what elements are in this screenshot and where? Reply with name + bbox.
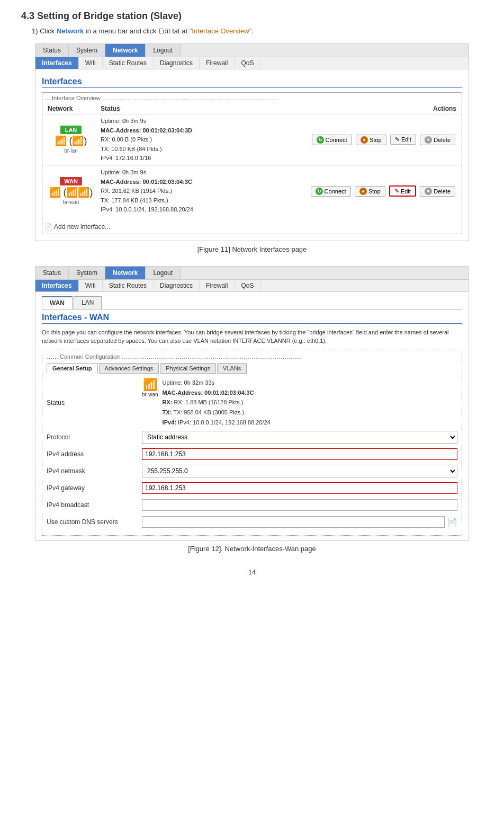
nav-logout-fig11[interactable]: Logout xyxy=(146,44,181,57)
content-area-fig12: WAN LAN Interfaces - WAN On this page yo… xyxy=(35,292,469,540)
overview-box: … Interface Overview …………………………………………………… xyxy=(42,92,462,234)
col-status: Status xyxy=(97,103,236,114)
description-text: On this page you can configure the netwo… xyxy=(42,328,462,346)
router-ui-fig12: Status System Network Logout Interfaces … xyxy=(35,267,469,540)
protocol-label: Protocol xyxy=(47,433,142,441)
nav-logout-fig12[interactable]: Logout xyxy=(146,267,181,279)
wan-status: Uptime: 0h 3m 9s MAC-Address: 00:01:02:0… xyxy=(101,168,233,215)
lan-delete-btn[interactable]: ✕ Delete xyxy=(420,135,455,145)
wan-tab[interactable]: WAN xyxy=(42,296,73,309)
wan-badge: WAN xyxy=(60,177,82,185)
ipv4-gateway-label: IPv4 gateway xyxy=(47,484,142,492)
ipv4-address-label: IPv4 address xyxy=(47,450,142,458)
edit-icon-wan: ✎ xyxy=(394,188,399,194)
protocol-select[interactable]: Static addressDHCPPPPoE xyxy=(142,431,457,444)
nav-network-fig12[interactable]: Network xyxy=(105,267,146,279)
dns-servers-value: 📄 xyxy=(142,516,457,528)
router-icon: 📶 xyxy=(143,378,157,392)
ipv4-broadcast-value xyxy=(142,499,457,511)
protocol-value: Static addressDHCPPPPoE xyxy=(142,431,457,444)
subnav-staticroutes-fig12[interactable]: Static Routes xyxy=(103,280,154,291)
ipv4-netmask-select[interactable]: 255.255.255.0255.255.0.0255.0.0.0 xyxy=(142,465,457,477)
subnav-interfaces-fig12[interactable]: Interfaces xyxy=(35,280,79,291)
lan-stop-btn[interactable]: ● Stop xyxy=(356,135,386,145)
nav-status-fig11[interactable]: Status xyxy=(35,44,69,57)
ipv4-gateway-row: IPv4 gateway xyxy=(47,481,457,495)
page-number: 14 xyxy=(21,569,483,576)
subnav-diagnostics-fig12[interactable]: Diagnostics xyxy=(154,280,200,291)
br-wan-label: br-wan xyxy=(142,392,158,397)
ipv4-broadcast-row: IPv4 broadcast xyxy=(47,498,457,512)
lan-badge: LAN xyxy=(60,126,82,134)
config-tab-physical[interactable]: Physical Settings xyxy=(160,363,216,374)
figure-11-box: Status System Network Logout Interfaces … xyxy=(35,43,469,241)
add-interface-link[interactable]: 📄 Add new interface... xyxy=(44,223,110,231)
page-title-fig12: Interfaces - WAN xyxy=(42,313,462,324)
subnav-qos-fig12[interactable]: QoS xyxy=(235,280,260,291)
common-config-title: …… Common Configuration …………………………………………… xyxy=(47,353,457,360)
add-dns-icon[interactable]: 📄 xyxy=(447,517,457,527)
common-config-box: …… Common Configuration …………………………………………… xyxy=(42,350,462,536)
interface-overview-link: "Interface Overview" xyxy=(190,27,252,35)
delete-icon: ✕ xyxy=(425,136,432,144)
nav-status-fig12[interactable]: Status xyxy=(35,267,69,279)
lan-tab[interactable]: LAN xyxy=(74,296,102,309)
subnav-interfaces-fig11[interactable]: Interfaces xyxy=(35,57,79,69)
nav-bar-fig12: Status System Network Logout xyxy=(35,267,469,280)
router-ui-fig11: Status System Network Logout Interfaces … xyxy=(35,44,469,241)
subnav-firewall-fig11[interactable]: Firewall xyxy=(200,57,235,69)
nav-system-fig12[interactable]: System xyxy=(69,267,105,279)
dns-servers-input[interactable] xyxy=(142,516,445,528)
col-actions: Actions xyxy=(245,103,460,114)
wan-connect-btn[interactable]: ↻ Connect xyxy=(311,186,351,197)
lan-edit-btn[interactable]: ✎ Edit xyxy=(390,135,416,145)
ipv4-netmask-label: IPv4 netmask xyxy=(47,467,142,475)
sub-nav-fig11: Interfaces Wifi Static Routes Diagnostic… xyxy=(35,57,469,69)
nav-bar-fig11: Status System Network Logout xyxy=(35,44,469,57)
ipv4-address-row: IPv4 address xyxy=(47,447,457,461)
subnav-firewall-fig12[interactable]: Firewall xyxy=(200,280,235,291)
network-link-text: Network xyxy=(57,27,84,35)
stop-icon: ● xyxy=(361,136,368,144)
subnav-diagnostics-fig11[interactable]: Diagnostics xyxy=(154,57,200,69)
nav-network-fig11[interactable]: Network xyxy=(105,44,146,57)
dns-input-area: 📄 xyxy=(142,516,457,528)
status-icon-area: 📶 br-wan xyxy=(142,378,158,397)
config-tab-advanced[interactable]: Advanced Settings xyxy=(99,363,159,374)
ipv4-address-input[interactable] xyxy=(142,448,457,460)
status-label: Status xyxy=(47,399,142,406)
sub-nav-fig12: Interfaces Wifi Static Routes Diagnostic… xyxy=(35,280,469,292)
intro-paragraph: 1) Click Network in a menu bar and click… xyxy=(32,27,483,35)
table-row: LAN 📶 (📶) br-lan Uptime: 0h 3m 9s MAC-Ad… xyxy=(44,114,460,166)
subnav-qos-fig11[interactable]: QoS xyxy=(235,57,260,69)
lan-connect-btn[interactable]: ↻ Connect xyxy=(312,135,352,145)
nav-system-fig11[interactable]: System xyxy=(69,44,105,57)
config-tab-general[interactable]: General Setup xyxy=(47,363,98,374)
col-network: Network xyxy=(44,103,97,114)
ipv4-gateway-input[interactable] xyxy=(142,482,457,494)
ipv4-address-value xyxy=(142,448,457,460)
content-area-fig11: Interfaces … Interface Overview ……………………… xyxy=(35,69,469,241)
connect-icon-wan: ↻ xyxy=(316,188,323,195)
subnav-wifi-fig12[interactable]: Wifi xyxy=(79,280,103,291)
page-title-fig11: Interfaces xyxy=(42,77,462,88)
figure-12-box: Status System Network Logout Interfaces … xyxy=(35,266,469,541)
wan-lan-tabs: WAN LAN xyxy=(42,296,462,309)
figure-11-caption: [Figure 11] Network Interfaces page xyxy=(21,245,483,253)
ipv4-netmask-row: IPv4 netmask 255.255.255.0255.255.0.0255… xyxy=(47,464,457,478)
overview-box-title: … Interface Overview …………………………………………………… xyxy=(44,95,460,101)
subnav-staticroutes-fig11[interactable]: Static Routes xyxy=(103,57,154,69)
add-icon: 📄 xyxy=(44,223,52,231)
status-details: Uptime: 0h 32m 33s MAC-Address: 00:01:02… xyxy=(163,378,271,427)
ipv4-gateway-value xyxy=(142,482,457,494)
wan-delete-btn[interactable]: ✕ Delete xyxy=(420,186,455,197)
ipv4-broadcast-input[interactable] xyxy=(142,499,457,511)
status-value: 📶 br-wan Uptime: 0h 32m 33s MAC-Address:… xyxy=(142,378,457,427)
wan-stop-btn[interactable]: ● Stop xyxy=(355,186,385,197)
subnav-wifi-fig11[interactable]: Wifi xyxy=(79,57,103,69)
overview-table: Network Status Actions LAN 📶 (📶) xyxy=(44,103,460,217)
wan-edit-btn[interactable]: ✎ Edit xyxy=(389,185,416,197)
config-tabs: General Setup Advanced Settings Physical… xyxy=(47,363,457,374)
config-tab-vlans[interactable]: VLANs xyxy=(217,363,247,374)
ipv4-netmask-value: 255.255.255.0255.255.0.0255.0.0.0 xyxy=(142,465,457,477)
